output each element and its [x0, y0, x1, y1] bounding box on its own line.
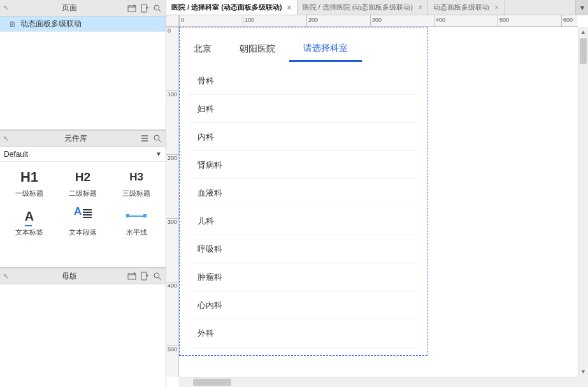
ruler-tick: 200	[306, 15, 307, 27]
scroll-up-icon[interactable]: ▲	[578, 27, 588, 37]
widget-glyph	[127, 207, 146, 225]
widget-glyph: H2	[75, 168, 90, 186]
masters-panel-header: ↖ 母版	[0, 268, 166, 284]
caret-down-icon: ▼	[155, 150, 162, 157]
tab-label: 医院 / 选择科室 (动态面板多级联动)	[171, 3, 282, 12]
pages-tree: 🗎 动态面板多级联动	[0, 17, 166, 130]
department-item[interactable]: 骨科	[189, 67, 418, 95]
widget-label: 三级标题	[122, 189, 150, 198]
search-icon[interactable]	[153, 134, 162, 143]
add-master-icon[interactable]	[140, 272, 149, 281]
ruler-tick: 100	[243, 15, 243, 27]
tabs-menu-icon[interactable]: ▾	[575, 0, 588, 15]
ruler-tick: 400	[166, 282, 179, 282]
library-selector[interactable]: Default ▼	[0, 147, 166, 162]
scrollbar-horizontal[interactable]	[179, 377, 578, 387]
widget-glyph: A	[25, 207, 34, 225]
widget-textlabel[interactable]: A文本标签	[3, 207, 56, 237]
svg-point-6	[154, 273, 159, 278]
page-item[interactable]: 🗎 动态面板多级联动	[0, 17, 166, 32]
widget-h2[interactable]: H2二级标题	[56, 168, 110, 198]
canvas[interactable]: 北京朝阳医院请选择科室 骨科妇科内科肾病科血液科儿科呼吸科肿瘤科心内科外科	[179, 27, 578, 377]
tab-label: 动态面板多级联动	[433, 3, 489, 12]
document-tab[interactable]: 动态面板多级联动×	[428, 0, 505, 15]
add-page-icon[interactable]	[140, 4, 149, 13]
breadcrumb-item[interactable]: 朝阳医院	[226, 36, 289, 62]
ruler-tick: 500	[498, 15, 498, 27]
pages-panel-title: 页面	[11, 3, 127, 13]
document-tab[interactable]: 医院 / 选择科室 (动态面板多级联动)×	[166, 0, 298, 15]
document-tab[interactable]: 医院 / 选择医院 (动态面板多级联动)×	[298, 0, 429, 15]
department-item[interactable]: 肾病科	[189, 151, 418, 179]
widget-glyph: H1	[20, 168, 38, 186]
widget-label: 一级标题	[15, 189, 43, 198]
widget-hr[interactable]: 水平线	[110, 207, 163, 237]
breadcrumb-item[interactable]: 请选择科室	[289, 36, 362, 62]
scroll-down-icon[interactable]: ▼	[578, 367, 588, 377]
department-item[interactable]: 血液科	[189, 179, 418, 207]
masters-tree	[0, 284, 166, 387]
widget-label: 文本标签	[15, 228, 43, 237]
collapse-icon[interactable]: ↖	[0, 272, 11, 281]
widget-label: 二级标题	[69, 189, 97, 198]
department-list: 骨科妇科内科肾病科血液科儿科呼吸科肿瘤科心内科外科	[189, 67, 418, 347]
svg-point-3	[154, 135, 159, 140]
widget-label: 水平线	[126, 228, 147, 237]
pages-panel-header: ↖ 页面	[0, 0, 166, 17]
ruler-vertical[interactable]: 0100200300400500	[166, 27, 179, 377]
svg-rect-1	[141, 4, 147, 12]
close-icon[interactable]: ×	[494, 3, 499, 12]
library-panel-title: 元件库	[11, 133, 140, 144]
department-item[interactable]: 外科	[189, 319, 418, 347]
department-item[interactable]: 儿科	[189, 207, 418, 235]
document-tabs: 医院 / 选择科室 (动态面板多级联动)×医院 / 选择医院 (动态面板多级联动…	[166, 0, 588, 15]
page-item-label: 动态面板多级联动	[20, 18, 82, 29]
page-file-icon: 🗎	[9, 20, 17, 29]
close-icon[interactable]: ×	[418, 3, 422, 12]
widget-h3[interactable]: H3三级标题	[110, 168, 163, 198]
artboard-dynamic-panel[interactable]: 北京朝阳医院请选择科室 骨科妇科内科肾病科血液科儿科呼吸科肿瘤科心内科外科	[179, 27, 427, 356]
ruler-tick: 500	[166, 346, 179, 346]
widget-label: 文本段落	[69, 228, 97, 237]
ruler-tick: 0	[179, 15, 180, 27]
ruler-tick: 400	[434, 15, 434, 27]
ruler-tick: 300	[370, 15, 371, 27]
ruler-tick: 600	[561, 15, 562, 27]
add-folder-icon[interactable]	[127, 4, 136, 13]
department-item[interactable]: 肿瘤科	[189, 263, 418, 291]
department-item[interactable]: 妇科	[189, 95, 418, 123]
masters-panel-title: 母版	[11, 271, 127, 282]
widget-h1[interactable]: H1一级标题	[3, 168, 56, 198]
scroll-corner	[578, 377, 588, 387]
svg-point-2	[154, 5, 159, 10]
scroll-thumb-v[interactable]	[580, 38, 587, 64]
close-icon[interactable]: ×	[287, 3, 292, 12]
add-folder-icon[interactable]	[127, 272, 136, 281]
ruler-tick: 200	[166, 154, 179, 155]
collapse-icon[interactable]: ↖	[0, 135, 11, 143]
scroll-thumb-h[interactable]	[193, 379, 231, 386]
ruler-corner	[166, 15, 179, 27]
breadcrumb: 北京朝阳医院请选择科室	[180, 36, 427, 62]
ruler-tick: 0	[166, 27, 179, 27]
department-item[interactable]: 心内科	[189, 291, 418, 319]
widget-glyph: A	[74, 207, 92, 225]
svg-rect-5	[141, 272, 147, 280]
library-panel-header: ↖ 元件库	[0, 130, 166, 147]
ruler-horizontal[interactable]: 0100200300400500600	[179, 15, 578, 27]
tab-label: 医院 / 选择医院 (动态面板多级联动)	[303, 3, 413, 12]
collapse-icon[interactable]: ↖	[0, 4, 11, 12]
department-item[interactable]: 呼吸科	[189, 235, 418, 263]
library-selector-label: Default	[4, 150, 28, 159]
scrollbar-vertical[interactable]: ▲ ▼	[578, 27, 588, 377]
ruler-tick: 300	[166, 218, 179, 219]
breadcrumb-item[interactable]: 北京	[180, 36, 226, 62]
search-icon[interactable]	[153, 4, 162, 13]
department-item[interactable]: 内科	[189, 123, 418, 151]
menu-icon[interactable]	[140, 134, 149, 143]
ruler-tick: 100	[166, 91, 179, 91]
search-icon[interactable]	[153, 272, 162, 281]
widget-glyph: H3	[129, 168, 143, 186]
widget-paragraph[interactable]: A文本段落	[56, 207, 110, 237]
